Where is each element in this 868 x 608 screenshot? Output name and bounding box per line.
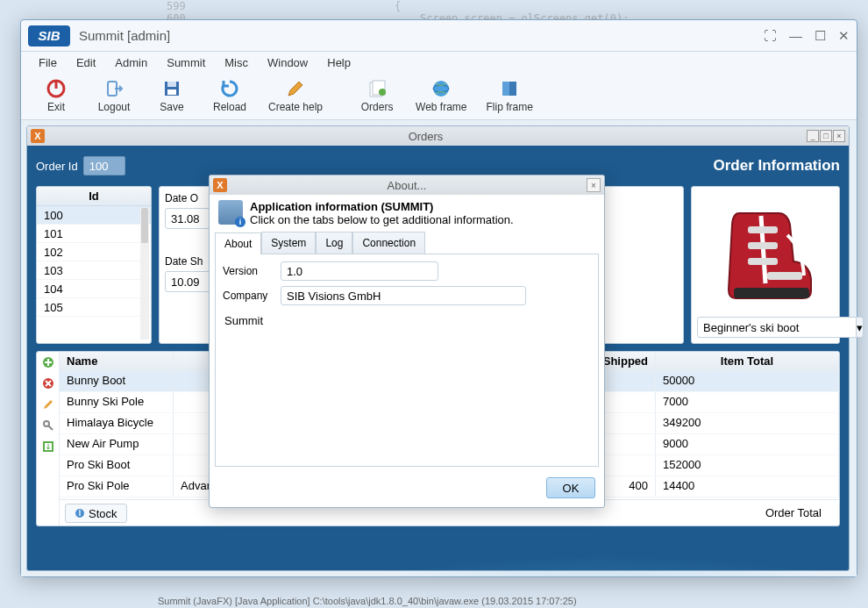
stock-button[interactable]: iStock <box>65 504 127 523</box>
id-scrollbar[interactable] <box>140 208 149 340</box>
svg-text:i: i <box>79 508 82 519</box>
order-info-heading: Order Information <box>713 157 840 175</box>
pencil-icon <box>285 78 306 99</box>
create-help-button[interactable]: Create help <box>268 78 323 113</box>
minimize-icon[interactable]: — <box>789 28 802 43</box>
about-tab-body: Version Company Summit <box>215 254 599 467</box>
about-titlebar[interactable]: X About... × <box>210 175 604 195</box>
svg-rect-16 <box>748 258 778 265</box>
about-description: Summit <box>223 311 591 459</box>
reload-icon <box>219 78 240 99</box>
about-frame-icon: X <box>213 178 227 192</box>
product-image <box>697 192 834 313</box>
export-icon[interactable] <box>41 440 55 454</box>
ok-button[interactable]: OK <box>546 477 595 498</box>
window-title: Summit [admin] <box>79 28 764 43</box>
svg-rect-15 <box>748 242 778 249</box>
key-icon[interactable] <box>41 418 55 433</box>
edit-icon[interactable] <box>41 397 55 411</box>
toolbar: Exit Logout Save Reload Create help Orde… <box>21 73 857 120</box>
about-title: About... <box>227 179 587 192</box>
orders-icon <box>366 78 388 99</box>
ide-status-text: Summit (JavaFX) [Java Application] C:\to… <box>158 596 577 606</box>
id-list-panel: Id 100 101 102 103 104 105 <box>36 186 152 344</box>
svg-rect-4 <box>167 82 176 87</box>
about-heading: Application information (SUMMIT) <box>250 200 514 213</box>
reload-button[interactable]: Reload <box>210 78 249 113</box>
svg-rect-12 <box>509 82 516 96</box>
id-row[interactable]: 103 <box>37 261 151 280</box>
svg-rect-5 <box>167 89 176 95</box>
exit-button[interactable]: Exit <box>37 78 75 113</box>
tab-about[interactable]: About <box>215 232 261 254</box>
titlebar: SIB Summit [admin] ⛶ — ☐ ✕ <box>21 20 857 52</box>
orders-button[interactable]: Orders <box>358 78 396 113</box>
globe-icon <box>430 78 452 99</box>
delete-icon[interactable] <box>41 376 55 390</box>
power-icon <box>46 78 67 99</box>
flip-frame-button[interactable]: Flip frame <box>487 78 533 113</box>
close-icon[interactable]: ✕ <box>838 28 850 44</box>
menu-misc[interactable]: Misc <box>217 54 255 71</box>
product-combo-button[interactable]: ▾ <box>857 317 864 338</box>
logout-icon <box>103 78 125 99</box>
svg-rect-13 <box>734 288 809 298</box>
product-combo-input[interactable] <box>697 317 857 338</box>
flip-icon <box>499 78 520 99</box>
id-row[interactable]: 100 <box>37 206 151 225</box>
menu-summit[interactable]: Summit <box>160 54 212 71</box>
mdi-max-icon[interactable]: □ <box>820 130 832 142</box>
id-row[interactable]: 104 <box>37 280 151 298</box>
maximize-icon[interactable]: ☐ <box>815 28 826 44</box>
version-field[interactable] <box>281 261 438 281</box>
tab-system[interactable]: System <box>261 232 316 254</box>
app-logo: SIB <box>28 25 70 46</box>
tab-log[interactable]: Log <box>316 232 352 254</box>
order-id-label: Order Id <box>36 160 78 173</box>
svg-point-8 <box>379 89 386 96</box>
id-row[interactable]: 105 <box>37 298 151 317</box>
col-total[interactable]: Item Total <box>656 352 839 371</box>
about-close-icon[interactable]: × <box>587 178 601 192</box>
mdi-min-icon[interactable]: _ <box>807 130 819 142</box>
svg-point-9 <box>433 81 449 97</box>
version-label: Version <box>223 265 275 277</box>
tab-connection[interactable]: Connection <box>352 232 425 254</box>
id-header[interactable]: Id <box>37 187 151 206</box>
menu-file[interactable]: File <box>32 54 64 71</box>
save-button[interactable]: Save <box>153 78 191 113</box>
svg-rect-14 <box>748 226 778 233</box>
company-field[interactable] <box>281 286 526 305</box>
about-subtext: Click on the tabs below to get additiona… <box>250 213 514 226</box>
menu-admin[interactable]: Admin <box>108 54 154 71</box>
logout-button[interactable]: Logout <box>95 78 133 113</box>
ski-boot-icon <box>713 200 818 305</box>
id-row[interactable]: 102 <box>37 243 151 261</box>
web-frame-button[interactable]: Web frame <box>416 78 466 113</box>
info-app-icon <box>218 200 243 225</box>
orders-frame-title: Orders <box>50 130 801 143</box>
add-icon[interactable] <box>41 355 55 369</box>
mdi-close-icon[interactable]: × <box>833 130 845 142</box>
menu-help[interactable]: Help <box>320 54 358 71</box>
svg-rect-17 <box>767 272 802 280</box>
menu-window[interactable]: Window <box>260 54 315 71</box>
product-image-panel: ▾ <box>691 186 840 344</box>
menubar: File Edit Admin Summit Misc Window Help <box>21 52 857 73</box>
col-name[interactable]: Name <box>60 352 174 371</box>
order-total-label: Order Total <box>765 506 822 519</box>
about-dialog: X About... × Application information (SU… <box>209 175 605 508</box>
info-icon: i <box>75 508 85 519</box>
orders-frame-icon: X <box>31 129 45 143</box>
order-id-input[interactable] <box>83 156 125 175</box>
orders-frame-titlebar[interactable]: X Orders _□× <box>27 126 849 146</box>
about-tabs: About System Log Connection <box>210 232 604 254</box>
save-icon <box>161 78 182 99</box>
id-row[interactable]: 101 <box>37 225 151 243</box>
restore-icon[interactable]: ⛶ <box>764 28 777 43</box>
svg-rect-11 <box>502 82 509 96</box>
menu-edit[interactable]: Edit <box>69 54 103 71</box>
company-label: Company <box>223 290 275 302</box>
